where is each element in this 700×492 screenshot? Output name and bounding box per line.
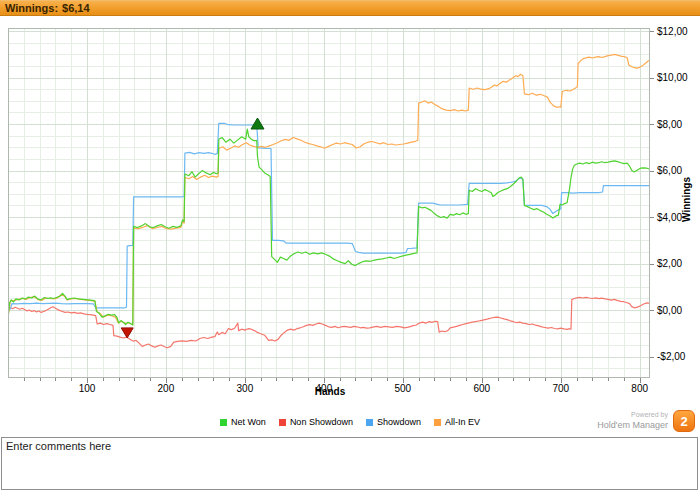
legend-swatch-icon <box>434 419 441 426</box>
branding-text: Powered by Hold'em Manager <box>597 411 668 430</box>
legend-item-net-won: Net Won <box>220 417 266 427</box>
winnings-header-value: $6,14 <box>62 2 90 14</box>
svg-text:$12,00: $12,00 <box>657 26 688 37</box>
legend-swatch-icon <box>220 419 227 426</box>
branding: Powered by Hold'em Manager 2 <box>597 410 695 432</box>
legend: Net WonNon ShowdownShowdownAll-In EV <box>0 417 700 427</box>
comments-input[interactable] <box>1 437 698 490</box>
winnings-header-label: Winnings: <box>5 2 58 14</box>
svg-text:$10,00: $10,00 <box>657 72 688 83</box>
legend-swatch-icon <box>366 419 373 426</box>
legend-item-non-showdown: Non Showdown <box>279 417 353 427</box>
svg-text:$8,00: $8,00 <box>657 119 682 130</box>
winnings-header-bar: Winnings: $6,14 <box>0 0 700 16</box>
holdem-manager-label: Hold'em Manager <box>597 420 668 431</box>
legend-item-all-in-ev: All-In EV <box>434 417 480 427</box>
y-axis-title: Winnings <box>681 170 692 230</box>
svg-text:$2,00: $2,00 <box>657 258 682 269</box>
legend-label: Showdown <box>377 417 421 427</box>
legend-label: Net Won <box>231 417 266 427</box>
legend-swatch-icon <box>279 419 286 426</box>
holdem-manager-graph-window: Winnings: $6,14 100200300400500600700800… <box>0 0 700 492</box>
holdem-manager-2-badge: 2 <box>673 410 695 432</box>
svg-text:$4,00: $4,00 <box>657 212 682 223</box>
legend-item-showdown: Showdown <box>366 417 421 427</box>
x-axis-title: Hands <box>0 386 660 397</box>
legend-label: Non Showdown <box>290 417 353 427</box>
svg-text:$6,00: $6,00 <box>657 165 682 176</box>
winnings-chart-svg: 100200300400500600700800$12,00$10,00$8,0… <box>0 16 700 416</box>
svg-text:$0,00: $0,00 <box>657 305 682 316</box>
svg-text:-$2,00: -$2,00 <box>657 351 686 362</box>
powered-by-label: Powered by <box>597 411 668 419</box>
legend-label: All-In EV <box>445 417 480 427</box>
